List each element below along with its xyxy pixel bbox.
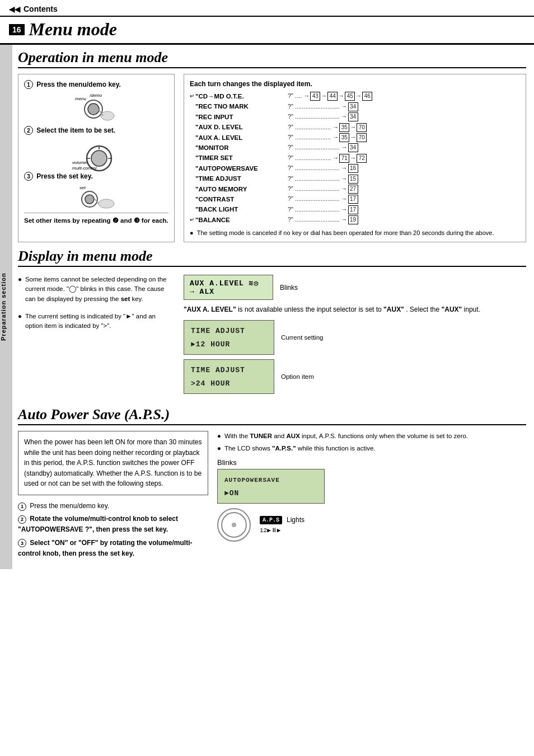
step2-circle: 2 (24, 126, 33, 135)
blinks-label: Blinks (280, 284, 298, 292)
svg-text:TIME ADJUST: TIME ADJUST (191, 327, 245, 335)
display-bullet1: ● Some items cannot be selected dependin… (18, 275, 175, 304)
aps-section: Auto Power Save (A.P.S.) When the power … (18, 406, 526, 561)
blinks-row: Blinks (217, 458, 526, 467)
lcd-option-time-adjust-svg: TIME ADJUST (190, 363, 268, 374)
menu-item-row: "AUTOPOWERSAVE ?" ......................… (190, 163, 520, 173)
aps-badge-area: A.P.S Lights 12▶⏸▶ (260, 516, 305, 534)
operation-grid: 1 Press the menu/demo key. menu /demo (18, 74, 526, 242)
menu-item-row: ↵ "CD→MD O.T.E. ?" .... →43→44→45→46 (190, 91, 520, 101)
aps-step3: 3 Select "ON" or "OFF" by rotating the v… (18, 538, 208, 559)
menu-item-row: "CONTRAST ?" .......................... … (190, 194, 520, 204)
menu-items-list: ↵ "CD→MD O.T.E. ?" .... →43→44→45→46 "RE… (190, 91, 520, 225)
svg-text:►ON: ►ON (224, 489, 239, 497)
svg-text:volume/: volume/ (72, 160, 88, 165)
item-name: "REC INPUT (195, 112, 288, 122)
item-val: ?" .... →43→44→45→46 (288, 91, 373, 101)
aps-left: When the power has been left ON for more… (18, 431, 208, 561)
aps-lcd-on-svg: ►ON (223, 486, 318, 497)
item-val: ?" .......................... →19 (288, 215, 359, 225)
item-val: ?" .......................... →27 (288, 184, 359, 194)
lcd-aux-line1: AUX A.LEVEL ≋◎ (190, 279, 267, 288)
volume-control-icon: volume/ multi-control (24, 138, 168, 172)
operation-left-panel: 1 Press the menu/demo key. menu /demo (18, 74, 175, 242)
item-name: "CD→MD O.T.E. (195, 91, 288, 101)
svg-text:multi-control: multi-control (72, 166, 97, 171)
aps-note2: ● The LCD shows "A.P.S." while this func… (217, 443, 526, 453)
page-header: ◀◀ Contents (0, 0, 534, 17)
aps-note1: ● With the TUNER and AUX input, A.P.S. f… (217, 431, 526, 441)
svg-point-16 (99, 199, 114, 208)
aps-section-title: Auto Power Save (A.P.S.) (18, 406, 526, 425)
menu-item-row: "MONITOR ?" .......................... →… (190, 143, 520, 153)
menu-item-row: "TIMER SET ?" ..................... →71→… (190, 153, 520, 163)
lcd-option-24hour-svg: >24 HOUR (190, 377, 268, 388)
item-name: "TIME ADJUST (195, 173, 288, 184)
aps-step3-circle: 3 (18, 539, 26, 547)
aux-note: "AUX A. LEVEL" is not available unless t… (184, 304, 526, 314)
option-item-lcd: TIME ADJUST >24 HOUR (184, 359, 274, 394)
menu-item-row: "AUTO MEMORY ?" ........................… (190, 184, 520, 194)
item-val: ?" ..................... →71→72 (288, 153, 367, 163)
sidebar-label: Preparation section (0, 45, 12, 569)
each-turn-title: Each turn changes the displayed item. (190, 80, 520, 88)
step3-circle: 3 (24, 172, 33, 181)
display-bullet2: ● The current setting is indicated by "►… (18, 312, 175, 331)
device-circle-icon (217, 508, 251, 542)
current-setting-label: Current setting (281, 334, 323, 341)
current-setting-lcd-row: TIME ADJUST ►12 HOUR Current setting (184, 320, 526, 355)
step1-label: 1 Press the menu/demo key. (24, 80, 168, 89)
lcd-current-line2: ►12 HOUR (190, 337, 268, 351)
item-val: ?" ..................... →35→70 (288, 123, 367, 133)
volume-knob-svg: volume/ multi-control (71, 137, 121, 173)
set-key-icon: set (24, 184, 168, 209)
lights-label: Lights (287, 516, 305, 524)
item-name: "BALANCE (195, 215, 288, 225)
svg-text:set: set (79, 185, 86, 190)
display-left: ● Some items cannot be selected dependin… (18, 273, 175, 401)
aps-notes: ● With the TUNER and AUX input, A.P.S. f… (217, 431, 526, 454)
lcd-current-time-adjust-svg: TIME ADJUST (190, 324, 268, 335)
device-row: A.P.S Lights 12▶⏸▶ (217, 508, 526, 542)
svg-text:>24  HOUR: >24 HOUR (191, 379, 230, 388)
item-name: "AUTOPOWERSAVE (195, 163, 288, 173)
step2-label: 2 Select the item to be set. (24, 126, 168, 135)
item-val: ?" .......................... →34 (288, 143, 359, 153)
page-number: 16 (9, 24, 25, 35)
back-arrow: ◀◀ (9, 5, 20, 13)
item-name: "BACK LIGHT (195, 204, 288, 214)
lcd-current-line1: TIME ADJUST (190, 324, 268, 337)
aps-lcd-row: AUTOPOWERSAVE ►ON (217, 469, 526, 504)
svg-text:TIME ADJUST: TIME ADJUST (191, 366, 245, 374)
current-setting-lcd: TIME ADJUST ►12 HOUR (184, 320, 274, 355)
item-name: "AUTO MEMORY (195, 184, 288, 194)
device-bottom-label: 12▶⏸▶ (260, 527, 305, 534)
item-val: ?" .......................... →34 (288, 102, 359, 112)
menu-item-row: "AUX A. LEVEL ?" ..................... →… (190, 133, 520, 143)
menu-demo-key-icon: menu /demo (24, 92, 168, 126)
svg-text:menu: menu (75, 96, 87, 101)
svg-point-7 (91, 151, 107, 166)
page-title: Menu mode (29, 19, 117, 40)
item-name: "REC TNO MARK (195, 101, 288, 111)
contents-label: Contents (24, 4, 58, 13)
operation-right-panel: Each turn changes the displayed item. ↵ … (184, 74, 526, 242)
aps-lcd-autopowersave-svg: AUTOPOWERSAVE (223, 473, 318, 484)
aps-grid: When the power has been left ON for more… (18, 431, 526, 561)
item-name: "AUX D. LEVEL (195, 122, 288, 132)
operation-note: ● The setting mode is canceled if no key… (190, 229, 520, 236)
lcd-current-12hour-svg: ►12 HOUR (190, 337, 268, 349)
svg-point-3 (88, 104, 99, 115)
menu-item-row: "TIME ADJUST ?" ........................… (190, 173, 520, 184)
display-grid: ● Some items cannot be selected dependin… (18, 273, 526, 401)
main-content: Operation in menu mode 1 Press the menu/… (12, 45, 534, 569)
display-section-title: Display in menu mode (18, 248, 526, 267)
aps-step1: 1 Press the menu/demo key. (18, 501, 208, 511)
item-name: "TIMER SET (195, 153, 288, 163)
blinks-label: Blinks (217, 458, 237, 467)
set-key-svg: set (74, 184, 119, 210)
step1-circle: 1 (24, 80, 33, 89)
option-item-lcd-row: TIME ADJUST >24 HOUR Option item (184, 359, 526, 394)
item-val: ?" .......................... →17 (288, 205, 359, 215)
aps-step1-circle: 1 (18, 503, 26, 511)
